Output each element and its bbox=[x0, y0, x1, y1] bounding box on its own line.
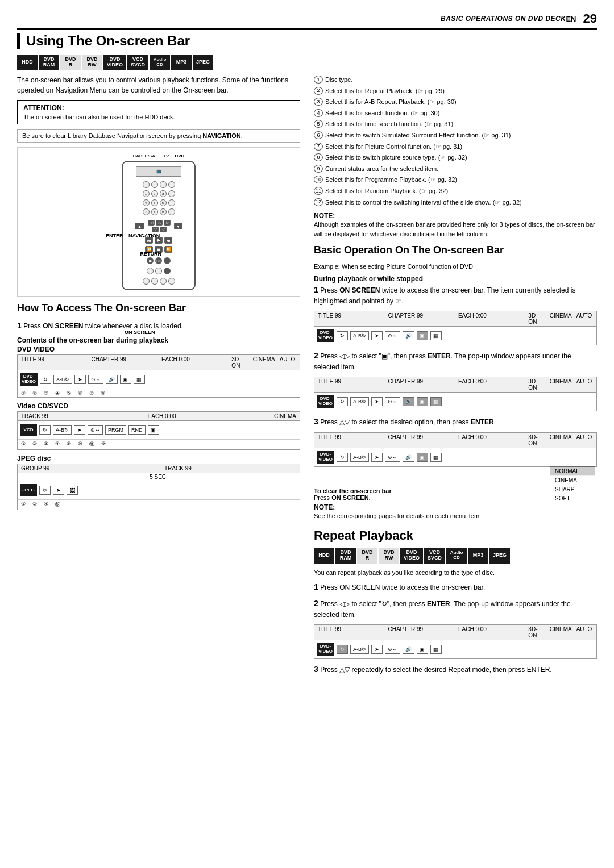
b1-repeat[interactable]: ↻ bbox=[337, 331, 348, 340]
return-area[interactable]: ▼ bbox=[174, 223, 182, 229]
basic-bar-1-body: DVD-VIDEO ↻ A-B↻ ➤ ⊙↔ 🔊 ▣ ▦ bbox=[314, 327, 596, 345]
ch-btn[interactable]: CH bbox=[155, 257, 162, 264]
b1-time[interactable]: ⊙↔ bbox=[385, 331, 400, 340]
remote-btn-5[interactable]: 1 bbox=[143, 190, 150, 197]
b3-controls: ↻ A-B↻ ➤ ⊙↔ 🔊 ▣ ▦ bbox=[337, 453, 594, 462]
extra-btn-1[interactable] bbox=[147, 268, 154, 274]
b3-source[interactable]: ▦ bbox=[430, 453, 442, 462]
vcd-ab-ctrl[interactable]: A-B↻ bbox=[53, 425, 72, 435]
extra-btn-2[interactable] bbox=[155, 268, 162, 274]
rep-time[interactable]: ⊙↔ bbox=[385, 645, 400, 654]
remote-btn-10[interactable]: 5 bbox=[151, 199, 158, 206]
remote-btn-8[interactable] bbox=[168, 190, 175, 197]
rep-ab[interactable]: A-B↻ bbox=[350, 645, 369, 654]
extra-btn-5[interactable] bbox=[151, 278, 158, 285]
b1-ab[interactable]: A-B↻ bbox=[350, 331, 369, 340]
dvd-disc-label: DVD-VIDEO bbox=[20, 373, 38, 386]
extra-btn-3[interactable] bbox=[164, 268, 171, 274]
jpeg-search-ctrl[interactable]: ➤ bbox=[53, 486, 64, 495]
repeat-ctrl[interactable]: ↻ bbox=[40, 375, 51, 384]
b2-repeat[interactable]: ↻ bbox=[337, 397, 348, 406]
b3-picture[interactable]: ▣ bbox=[417, 453, 428, 462]
b3-surround[interactable]: 🔊 bbox=[403, 453, 414, 462]
remote-btn-4[interactable] bbox=[168, 181, 175, 188]
b2-picture[interactable]: ▣ bbox=[417, 397, 428, 406]
rec-btn[interactable]: ⏺ bbox=[147, 257, 154, 264]
enter-btn[interactable]: ▲ bbox=[135, 223, 144, 229]
dropdown-sharp[interactable]: SHARP bbox=[550, 485, 595, 494]
b1-disc: DVD-VIDEO bbox=[317, 329, 334, 342]
vcd-repeat-ctrl[interactable]: ↻ bbox=[39, 425, 51, 435]
vcd-rnd-ctrl[interactable]: RND bbox=[128, 425, 146, 435]
picture-ctrl[interactable]: ▣ bbox=[120, 375, 131, 384]
b2-source[interactable]: ▦ bbox=[430, 397, 442, 406]
right-btn[interactable]: ▷ bbox=[164, 220, 171, 226]
rep-source[interactable]: ▦ bbox=[430, 645, 442, 654]
rep-disc-dvdvideo: DVDVIDEO bbox=[400, 548, 423, 564]
vcd-time-ctrl[interactable]: ⊙↔ bbox=[88, 425, 103, 435]
ff-btn[interactable]: ⏩ bbox=[164, 246, 172, 253]
dropdown-normal[interactable]: NORMAL bbox=[550, 467, 595, 476]
b3-repeat[interactable]: ↻ bbox=[337, 453, 348, 462]
rep-repeat-ctrl[interactable]: ↻ bbox=[337, 645, 348, 654]
ab-ctrl[interactable]: A-B↻ bbox=[53, 375, 72, 384]
remote-btn-11[interactable]: 6 bbox=[160, 199, 167, 206]
remote-btn-9[interactable]: 4 bbox=[143, 199, 150, 206]
jpeg-bar-numbers: ① ② ④ ⑫ bbox=[18, 499, 300, 510]
b1-picture[interactable]: ▣ bbox=[417, 331, 428, 340]
b1-search[interactable]: ➤ bbox=[371, 331, 383, 340]
down-btn[interactable]: ▽ bbox=[152, 227, 159, 232]
vcd-search-ctrl[interactable]: ➤ bbox=[74, 425, 85, 435]
left-btn[interactable]: ◁ bbox=[148, 220, 155, 226]
vcd-picture-ctrl[interactable]: ▣ bbox=[148, 425, 159, 435]
dropdown-soft[interactable]: SOFT bbox=[550, 494, 595, 503]
remote-diagram: CABLE/SAT TV DVD 📺 bbox=[17, 147, 300, 297]
search-ctrl[interactable]: ➤ bbox=[74, 375, 86, 384]
jpeg-slide-ctrl[interactable]: 🖼 bbox=[67, 486, 78, 495]
main-title: Using The On-screen Bar bbox=[17, 33, 597, 49]
item-text-2: Select this for Repeat Playback. (☞ pg. … bbox=[325, 86, 445, 97]
b2-surround[interactable]: 🔊 bbox=[403, 397, 414, 406]
rep-step-num-3: 3 bbox=[314, 665, 318, 674]
b2-ab[interactable]: A-B↻ bbox=[350, 397, 369, 406]
vcd-prgm-ctrl[interactable]: PRGM bbox=[105, 425, 126, 435]
rep-surround[interactable]: 🔊 bbox=[403, 645, 414, 654]
jpeg-repeat-ctrl[interactable]: ↻ bbox=[39, 486, 51, 495]
b3-search[interactable]: ➤ bbox=[371, 453, 383, 462]
rep-auto: AUTO bbox=[576, 626, 593, 639]
nav-left-btn[interactable]: ◁ bbox=[160, 227, 167, 232]
extra-btn-4[interactable] bbox=[143, 278, 150, 285]
onscreen-btn[interactable] bbox=[164, 257, 171, 264]
b2-search[interactable]: ➤ bbox=[371, 397, 383, 406]
time-ctrl[interactable]: ⊙↔ bbox=[88, 375, 103, 384]
how-to-section-heading: How To Access The On-screen Bar bbox=[17, 302, 300, 316]
remote-btn-7[interactable]: 3 bbox=[160, 190, 167, 197]
rep-picture[interactable]: ▣ bbox=[417, 645, 428, 654]
remote-btn-15[interactable]: 9 bbox=[160, 208, 167, 215]
repeat-bar-header: TITLE 99 CHAPTER 99 EACH 0:00 3D-ON CINE… bbox=[314, 625, 596, 640]
disc-type-bar: HDD DVDRAM DVDR DVDRW DVDVIDEO VCDSVCD A… bbox=[17, 55, 597, 70]
remote-btn-3[interactable] bbox=[160, 181, 167, 188]
up-btn[interactable]: △ bbox=[156, 220, 163, 226]
remote-btn-14[interactable]: 8 bbox=[151, 208, 158, 215]
b1-source[interactable]: ▦ bbox=[430, 331, 442, 340]
extra-btn-6[interactable] bbox=[160, 278, 167, 285]
dropdown-cinema[interactable]: CINEMA bbox=[550, 476, 595, 485]
b3-time[interactable]: ⊙↔ bbox=[385, 453, 400, 462]
next-btn[interactable]: ⏭ bbox=[164, 237, 172, 244]
remote-btn-1[interactable] bbox=[143, 181, 150, 188]
remote-btn-6[interactable]: 2 bbox=[151, 190, 158, 197]
source-ctrl[interactable]: ▦ bbox=[134, 375, 145, 384]
extra-btn-7[interactable] bbox=[168, 278, 175, 285]
b1-surround[interactable]: 🔊 bbox=[403, 331, 414, 340]
b2-time[interactable]: ⊙↔ bbox=[385, 397, 400, 406]
remote-btn-13[interactable]: 7 bbox=[143, 208, 150, 215]
b1-title: TITLE 99 bbox=[318, 312, 376, 325]
remote-btn-16[interactable] bbox=[168, 208, 175, 215]
remote-btn-2[interactable] bbox=[151, 181, 158, 188]
surround-ctrl[interactable]: 🔊 bbox=[106, 375, 118, 384]
rep-search[interactable]: ➤ bbox=[371, 645, 383, 654]
item-num-11: 11 bbox=[314, 187, 323, 195]
remote-btn-12[interactable] bbox=[168, 199, 175, 206]
b3-ab[interactable]: A-B↻ bbox=[350, 453, 369, 462]
